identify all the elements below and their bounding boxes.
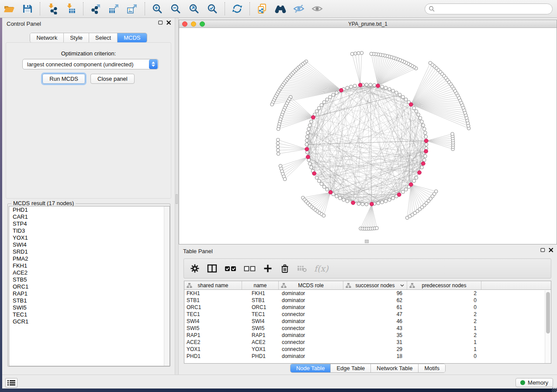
import-table-icon[interactable] [64,2,77,15]
zoom-in-icon[interactable] [151,2,164,15]
mcds-result-item[interactable]: STP4 [9,220,170,227]
column-header-predecessor-nodes[interactable]: predecessor nodes [407,281,481,289]
table-panel: Table Panel [179,245,557,375]
mcds-result-item[interactable]: STB5 [9,276,170,283]
close-window-icon[interactable] [182,21,187,27]
toolbar-separator [225,2,225,15]
mcds-result-item[interactable]: SRD1 [9,248,170,255]
zoom-selected-icon[interactable] [206,2,219,15]
mcds-list-scrollbar[interactable] [164,206,170,366]
mcds-result-list[interactable]: PHD1CAR1STP4TID3YOX1SWI4SRD1PMA2FKH1ACE2… [9,206,170,366]
mcds-result-item[interactable]: RAP1 [9,290,170,297]
delete-column-icon[interactable] [280,264,290,273]
application-window: Control Panel NetworkStyleSelectMCDS Opt… [0,0,557,392]
control-panel-tabs: NetworkStyleSelectMCDS [30,33,147,43]
mcds-result-item[interactable]: ACE2 [9,269,170,276]
minimize-window-icon[interactable] [191,21,196,27]
export-table-icon[interactable] [107,2,121,15]
copy-style-icon[interactable] [256,2,269,15]
criterion-select[interactable]: largest connected component (undirected) [22,59,159,69]
table-scrollbar-thumb[interactable] [546,292,550,334]
table-toolbar: f(x) [183,258,551,279]
network-canvas[interactable] [179,28,557,244]
mcds-result-item[interactable]: TEC1 [9,311,170,318]
mcds-result-item[interactable]: TID3 [9,227,170,234]
tab-network-table[interactable]: Network Table [371,364,419,372]
vertical-splitter[interactable] [175,18,179,375]
tab-style[interactable]: Style [64,33,89,42]
mcds-result-item[interactable]: SWI5 [9,304,170,311]
float-panel-icon[interactable] [158,21,163,25]
import-network-icon[interactable] [46,2,59,15]
show-columns-icon[interactable] [207,264,217,273]
network-graph-svg [179,28,557,244]
table-row[interactable]: RAP1RAP1dominator352 [184,332,551,339]
mcds-result-item[interactable]: PMA2 [9,255,170,262]
tab-select[interactable]: Select [89,33,118,42]
table-row[interactable]: FKH1FKH1dominator962 [184,290,551,297]
close-panel-icon[interactable] [549,248,554,252]
canvas-splitter-grip[interactable] [365,240,369,243]
table-row[interactable]: PHD1PHD1dominator180 [184,353,551,360]
mcds-result-item[interactable]: FKH1 [9,262,170,269]
tab-network[interactable]: Network [30,33,64,42]
float-panel-icon[interactable] [540,248,545,252]
list-icon [7,380,15,386]
export-network-icon[interactable] [89,2,102,15]
show-all-icon[interactable] [311,2,324,15]
memory-button[interactable]: Memory [515,378,553,387]
main-toolbar [0,0,557,18]
mcds-panel: Optimization criterion: largest connecte… [6,42,171,199]
column-header-shared-name[interactable]: shared name [184,281,242,289]
splitter-grip[interactable] [176,194,178,204]
tab-mcds[interactable]: MCDS [118,33,146,42]
tab-motifs[interactable]: Motifs [419,364,445,372]
task-history-button[interactable] [5,378,17,388]
tab-edge-table[interactable]: Edge Table [331,364,371,372]
zoom-fit-icon[interactable] [187,2,201,15]
mcds-result-item[interactable]: CAR1 [9,213,170,220]
select-all-rows-icon[interactable] [225,265,236,272]
memory-label: Memory [528,379,548,386]
table-row[interactable]: ACE2ACE2connector311 [184,339,551,346]
first-neighbors-icon[interactable] [274,2,287,15]
column-header-successor-nodes[interactable]: successor nodes [343,281,407,289]
select-stepper-icon [149,59,158,69]
network-window-titlebar[interactable]: YPA_prune.txt_1 [179,20,557,28]
run-mcds-button[interactable]: Run MCDS [42,74,85,84]
mcds-result-item[interactable]: SWI4 [9,241,170,248]
search-icon [429,6,435,12]
close-panel-button[interactable]: Close panel [90,74,135,84]
table-scrollbar[interactable] [545,290,551,364]
hide-selected-icon[interactable] [292,2,305,15]
mcds-result-item[interactable]: PHD1 [9,206,170,213]
close-panel-icon[interactable] [166,21,171,25]
search-input[interactable] [435,5,552,14]
refresh-view-icon[interactable] [231,2,244,15]
table-row[interactable]: YOX1YOX1connector291 [184,346,551,353]
column-header-mcds-role[interactable]: MCDS role [279,281,343,289]
control-panel-title: Control Panel [7,21,41,27]
mcds-result-item[interactable]: STB1 [9,297,170,304]
export-image-icon[interactable] [126,2,139,15]
table-settings-gear-icon[interactable] [190,264,200,273]
table-row[interactable]: SWI4SWI4dominator462 [184,318,551,325]
table-row[interactable]: STB1STB1dominator620 [184,297,551,304]
tab-node-table[interactable]: Node Table [291,364,331,372]
deselect-all-rows-icon[interactable] [244,265,256,272]
window-resize-grip[interactable] [552,387,557,392]
mcds-result-item[interactable]: ORC1 [9,283,170,290]
mcds-result-item[interactable]: YOX1 [9,234,170,241]
control-panel: Control Panel NetworkStyleSelectMCDS Opt… [2,18,175,375]
zoom-out-icon[interactable] [169,2,182,15]
column-header-name[interactable]: name [242,281,279,289]
table-row[interactable]: ORC1ORC1dominator610 [184,304,551,311]
open-file-icon[interactable] [3,2,16,15]
table-row[interactable]: SWI5SWI5connector431 [184,325,551,332]
mcds-result-item[interactable]: GCR1 [9,318,170,325]
search-field[interactable] [425,3,553,14]
maximize-window-icon[interactable] [200,21,205,27]
add-column-icon[interactable] [263,264,273,273]
save-session-icon[interactable] [21,2,34,15]
table-row[interactable]: TEC1TEC1connector472 [184,311,551,318]
